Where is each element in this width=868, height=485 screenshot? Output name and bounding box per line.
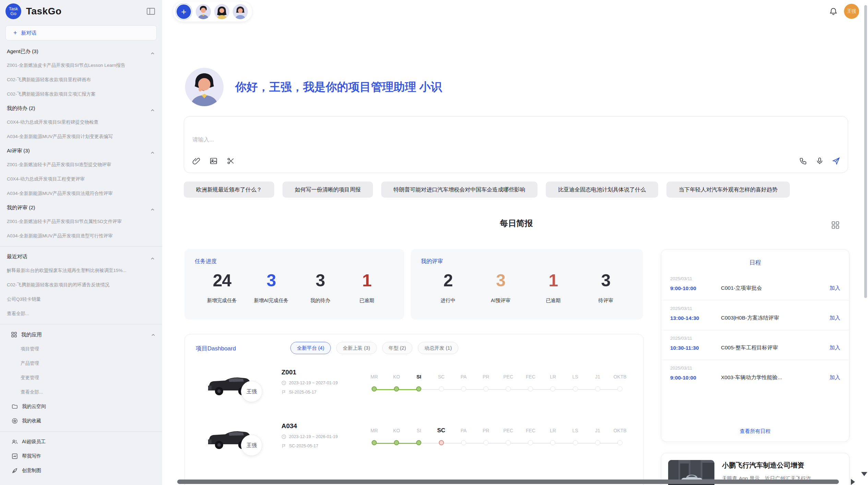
tab-powertrain[interactable]: 动总开发 (1): [418, 342, 458, 354]
section-ai-review[interactable]: AI评审 (3): [0, 144, 162, 158]
sidebar-item-cloud-space[interactable]: 我的云空间: [0, 399, 162, 414]
chevron-up-icon[interactable]: [150, 255, 155, 261]
recent-chat-item[interactable]: 公司Q3轻卡销量: [0, 292, 162, 307]
taskgo-app: Task Go TaskGo + 新对话 Agent已办 (3) Z001-全新…: [0, 0, 868, 485]
sidebar-item[interactable]: C02-飞腾新能源轻客改款项目立项汇报方案: [0, 87, 162, 101]
section-agent-done[interactable]: Agent已办 (3): [0, 45, 162, 58]
view-all-apps-link[interactable]: 查看全部...: [0, 385, 162, 399]
schedule-entry: 2025/03/11 13:00-14:30 C003|H0B-方案冻结评审 加…: [661, 300, 849, 330]
suggestion-chip[interactable]: 特朗普可能对进口汽车增税会对中国车企造成哪些影响: [381, 182, 538, 198]
section-my-review[interactable]: 我的评审 (2): [0, 201, 162, 214]
chevron-up-icon[interactable]: [150, 149, 155, 155]
scroll-right-arrow[interactable]: [851, 479, 855, 485]
agent-avatar-3[interactable]: [233, 4, 248, 19]
phone-icon[interactable]: [799, 157, 807, 165]
view-all-chats-link[interactable]: 查看全部...: [0, 307, 162, 321]
section-recent-chats[interactable]: 最近对话: [0, 250, 162, 263]
join-link[interactable]: 加入: [830, 344, 840, 351]
scissors-icon[interactable]: [227, 157, 235, 165]
milestone-dot: [573, 386, 578, 391]
sidebar-item[interactable]: A034-全新新能源MUV产品开发项目造型可行性评审: [0, 229, 162, 243]
quill-pen-icon: [12, 468, 18, 474]
send-icon[interactable]: [832, 157, 840, 165]
milestone-label: KO: [385, 426, 408, 435]
app-item-project-mgmt[interactable]: 项目管理: [0, 342, 162, 356]
sidebar-item[interactable]: A034-全新新能源MUV产品开发项目计划变更表编写: [0, 129, 162, 144]
sidebar-collapse-icon[interactable]: [146, 6, 156, 16]
new-chat-button[interactable]: + 新对话: [5, 25, 157, 40]
microphone-icon[interactable]: [816, 157, 824, 165]
horizontal-scrollbar[interactable]: [177, 480, 839, 484]
milestone-dot: [573, 440, 578, 445]
project-dashboard-card: 项目Dashboard 全新平台 (4) 全新上装 (3) 年型 (2) 动总开…: [184, 334, 644, 485]
stat-value: 24: [207, 271, 237, 290]
sidebar-item[interactable]: Z001-全新燃油轻卡产品开发项目SI造型提交物评审: [0, 158, 162, 172]
sidebar-item[interactable]: Z001-全新燃油皮卡产品开发项目SI节点Lesson Learn报告: [0, 58, 162, 73]
owner-name: 王强: [246, 442, 257, 449]
paperclip-icon[interactable]: [192, 157, 201, 165]
sidebar-item-my-apps[interactable]: 我的应用: [0, 327, 162, 342]
vertical-scrollbar[interactable]: [864, 5, 867, 298]
sidebar-item-help-me-write[interactable]: 帮我写作: [0, 449, 162, 463]
join-link[interactable]: 加入: [830, 285, 840, 292]
stat-value: 3: [305, 271, 335, 290]
schedule-date: 2025/03/11: [670, 336, 840, 341]
schedule-entry: 2025/03/11 10:30-11:30 C005-整车工程目标评审 加入: [661, 330, 849, 360]
sidebar-item[interactable]: C02-飞腾新能源轻客改款项目里程碑画布: [0, 73, 162, 87]
suggestion-chip[interactable]: 比亚迪全固态电池计划具体说了什么: [546, 182, 658, 198]
view-all-schedule-link[interactable]: 查看所有日程: [661, 428, 849, 435]
sidebar-item[interactable]: C0X4-动力总成开发项目工程变更评审: [0, 172, 162, 186]
sidebar-item-favorites[interactable]: 我的收藏: [0, 414, 162, 428]
plus-icon: +: [13, 29, 17, 37]
join-link[interactable]: 加入: [830, 314, 840, 322]
layout-grid-icon[interactable]: [831, 221, 840, 229]
app-item-change-mgmt[interactable]: 变更管理: [0, 371, 162, 385]
stat-value: 3: [486, 271, 515, 290]
suggestion-chip[interactable]: 欧洲新规最近颁布了什么？: [184, 182, 274, 198]
join-link[interactable]: 加入: [830, 374, 840, 381]
app-item-product-mgmt[interactable]: 产品管理: [0, 356, 162, 371]
scroll-down-arrow[interactable]: [861, 472, 867, 476]
sidebar-item-creative-drawing[interactable]: 创意制图: [0, 463, 162, 478]
project-row-z001[interactable]: 王强 Z001 2023-12-19 ~ 2027-01-19 SI-2025-…: [185, 363, 643, 417]
suggestion-chip[interactable]: 如何写一份清晰的项目周报: [282, 182, 373, 198]
milestone-labels: MR KO SI SC PA PR PEC FEC LR LS J1 OKTB: [363, 426, 631, 435]
agent-avatar-2[interactable]: [214, 4, 229, 19]
schedule-date: 2025/03/11: [670, 276, 840, 281]
agent-avatar-1[interactable]: [196, 4, 211, 19]
apps-grid-icon: [11, 332, 17, 338]
project-owner-badge: 王强: [241, 435, 262, 456]
chevron-up-icon[interactable]: [151, 332, 155, 337]
project-milestone-flag: SI-2025-05-17: [281, 390, 360, 395]
sidebar-item[interactable]: Z001-全新燃油轻卡产品开发项目SI节点属性5D文件评审: [0, 214, 162, 229]
project-info: A034 2023-12-19 ~ 2026-01-19 SC-2025-05-…: [281, 422, 360, 448]
chevron-up-icon[interactable]: [150, 107, 155, 113]
tab-year-model[interactable]: 年型 (2): [382, 342, 413, 354]
stat-pending-review: 3待评审: [591, 271, 620, 304]
chat-input[interactable]: [192, 136, 672, 143]
sidebar: Task Go TaskGo + 新对话 Agent已办 (3) Z001-全新…: [0, 0, 162, 485]
recent-chat-item[interactable]: 解释最新出台的欧盟报废车法规再生塑料比例被调至15%...: [0, 263, 162, 278]
sidebar-item-label: 创意制图: [22, 468, 41, 474]
milestone-dot: [483, 440, 489, 445]
suggestion-chip[interactable]: 当下年轻人对汽车外观有怎样的喜好趋势: [666, 182, 790, 198]
app-title: TaskGo: [26, 6, 62, 17]
chat-input-card: [184, 116, 848, 173]
milestone-dot: [483, 386, 489, 391]
section-my-todo[interactable]: 我的待办 (2): [0, 101, 162, 115]
notifications-bell-icon[interactable]: [829, 7, 838, 16]
image-icon[interactable]: [209, 157, 218, 165]
chevron-up-icon[interactable]: [150, 206, 155, 212]
sidebar-item-ai-super-staff[interactable]: AI超级员工: [0, 435, 162, 449]
milestone-label: OKTB: [609, 373, 631, 381]
tab-new-body[interactable]: 全新上装 (3): [336, 342, 377, 354]
project-row-a034[interactable]: 王强 A034 2023-12-19 ~ 2026-01-19 SC-2025-…: [185, 417, 643, 471]
add-agent-button[interactable]: +: [175, 3, 192, 20]
recent-chat-item[interactable]: C02-飞腾新能源轻客改款项目的闭环通告反馈情况: [0, 278, 162, 292]
sidebar-item[interactable]: C0X4-动力总成开发项目SI里程碑提交物检查: [0, 115, 162, 129]
tab-new-platform[interactable]: 全新平台 (4): [290, 342, 331, 354]
schedule-date: 2025/03/11: [670, 365, 840, 371]
user-avatar[interactable]: 王强: [844, 4, 859, 19]
chevron-up-icon[interactable]: [150, 50, 155, 56]
sidebar-item[interactable]: A034-全新新能源MUV产品开发项目法规符合性评审: [0, 186, 162, 201]
